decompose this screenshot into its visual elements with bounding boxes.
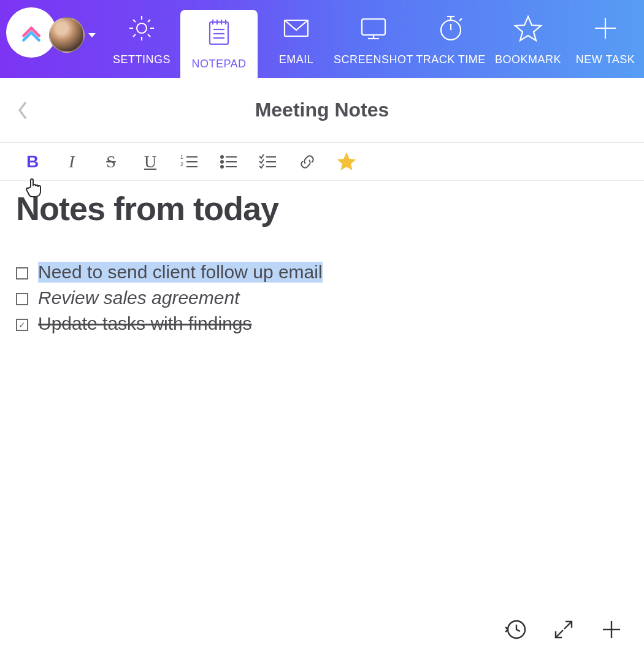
top-nav: SETTINGS NOTEPAD EMAIL SCREENSHOT	[0, 0, 644, 78]
svg-point-26	[221, 161, 223, 163]
tab-new-task[interactable]: NEW TASK	[567, 0, 644, 78]
ordered-list-icon: 12	[180, 153, 199, 171]
user-avatar[interactable]	[49, 17, 85, 53]
tab-label: NEW TASK	[576, 53, 635, 66]
page-title: Meeting Notes	[12, 99, 632, 121]
checkbox-checked-icon[interactable]	[16, 319, 28, 331]
svg-line-35	[564, 622, 572, 629]
checklist-item-text[interactable]: Update tasks with findings	[38, 313, 252, 334]
bottom-action-bar	[504, 618, 623, 641]
account-dropdown-caret-icon[interactable]	[88, 33, 96, 37]
tab-label: BOOKMARK	[495, 53, 561, 66]
checklist-item-text[interactable]: Need to send client follow up email	[38, 262, 323, 283]
star-filled-icon	[337, 153, 356, 171]
stopwatch-icon	[435, 13, 466, 44]
checklist-item[interactable]: Update tasks with findings	[16, 313, 628, 334]
ordered-list-button[interactable]: 12	[179, 151, 200, 172]
unordered-list-icon	[220, 153, 238, 171]
star-icon	[513, 13, 543, 44]
nav-tabs: SETTINGS NOTEPAD EMAIL SCREENSHOT	[98, 0, 644, 78]
checklist-icon	[259, 153, 277, 171]
brand-cluster[interactable]	[6, 0, 98, 78]
link-button[interactable]	[297, 151, 318, 172]
svg-point-25	[221, 156, 223, 158]
checkbox-unchecked-icon[interactable]	[16, 293, 28, 305]
underline-button[interactable]: U	[140, 151, 161, 172]
tab-label: TRACK TIME	[416, 53, 486, 66]
checklist-button[interactable]	[258, 151, 278, 172]
tab-email[interactable]: EMAIL	[258, 0, 335, 78]
history-icon	[504, 618, 527, 641]
title-bar: Meeting Notes	[0, 78, 644, 143]
svg-text:1: 1	[180, 154, 183, 160]
svg-rect-10	[362, 19, 385, 35]
email-icon	[281, 13, 312, 44]
svg-point-0	[137, 23, 147, 33]
history-button[interactable]	[504, 618, 527, 641]
add-button[interactable]	[600, 618, 623, 641]
italic-button[interactable]: I	[61, 151, 82, 172]
plus-icon	[590, 13, 621, 44]
tab-label: NOTEPAD	[191, 58, 246, 70]
clickup-logo-icon	[20, 21, 42, 44]
expand-icon	[552, 618, 575, 641]
format-toolbar: B I S U 12	[0, 143, 644, 181]
tab-notepad[interactable]: NOTEPAD	[180, 10, 258, 78]
checklist-item[interactable]: Need to send client follow up email	[16, 262, 628, 283]
checkbox-unchecked-icon[interactable]	[16, 267, 28, 280]
tab-label: SCREENSHOT	[334, 53, 413, 66]
bold-button[interactable]: B	[22, 151, 43, 172]
link-icon	[298, 153, 316, 171]
editor-body[interactable]: Notes from today Need to send client fol…	[0, 181, 644, 348]
svg-point-27	[221, 166, 223, 168]
svg-line-36	[556, 630, 563, 637]
tab-label: EMAIL	[279, 53, 314, 66]
checklist-item-text[interactable]: Review sales agreement	[38, 287, 240, 308]
document-heading[interactable]: Notes from today	[16, 189, 628, 227]
screenshot-icon	[358, 13, 389, 44]
plus-icon	[600, 618, 623, 641]
favorite-button[interactable]	[336, 151, 357, 172]
tab-label: SETTINGS	[113, 53, 171, 66]
expand-button[interactable]	[552, 618, 575, 641]
svg-text:2: 2	[180, 161, 183, 167]
unordered-list-button[interactable]	[218, 151, 239, 172]
checklist-item[interactable]: Review sales agreement	[16, 287, 628, 308]
svg-line-17	[459, 18, 462, 21]
strikethrough-button[interactable]: S	[101, 151, 121, 172]
tab-bookmark[interactable]: BOOKMARK	[489, 0, 567, 78]
tab-screenshot[interactable]: SCREENSHOT	[335, 0, 412, 78]
notepad-icon	[204, 17, 234, 48]
gear-icon	[126, 13, 157, 44]
tab-settings[interactable]: SETTINGS	[103, 0, 180, 78]
tab-track-time[interactable]: TRACK TIME	[412, 0, 489, 78]
